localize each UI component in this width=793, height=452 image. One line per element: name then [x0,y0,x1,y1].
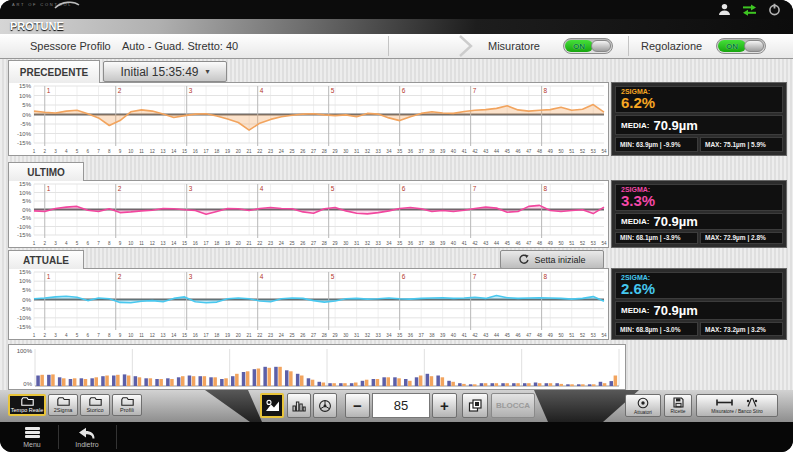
setta-iniziale-button[interactable]: Setta iniziale [500,250,604,269]
max-value: MAX: 73.2µm | 3.2% [700,322,783,336]
svg-text:1: 1 [33,149,36,154]
plus-label: + [440,397,449,414]
svg-text:11: 11 [139,149,144,154]
svg-text:34: 34 [386,149,392,154]
svg-text:48: 48 [537,241,543,246]
svg-text:1: 1 [47,185,51,192]
indietro-button[interactable]: Indietro [64,424,110,450]
max-value: MAX: 75.1µm | 5.9% [700,137,783,152]
top-bar: DOTECO ART OF CONTROL [0,0,793,19]
view-bar-chart-button[interactable] [287,393,311,418]
reset-icon [518,254,529,265]
logo-swoosh-icon [54,0,80,10]
blocca-button[interactable]: BLOCCA [491,393,535,418]
min-value: MIN: 68.1µm | -3.9% [615,232,698,244]
svg-text:2: 2 [43,149,46,154]
footer-divider [116,425,117,449]
svg-text:-15%: -15% [17,140,32,146]
svg-text:40: 40 [451,241,457,246]
svg-text:21: 21 [247,149,253,154]
sigma-box: 2SIGMA: 6.2% [615,86,783,113]
sync-arrows-icon[interactable] [742,4,757,16]
menu-button[interactable]: Menu [14,424,50,450]
svg-text:34: 34 [386,241,392,246]
tab-storico[interactable]: Storico [80,394,110,416]
button-label: Attuatori [634,410,652,415]
svg-text:3: 3 [54,149,57,154]
svg-text:9: 9 [119,241,122,246]
power-icon[interactable] [768,3,781,16]
snapshot-dropdown[interactable]: Initial 15:35:49 ▾ [103,61,227,82]
svg-text:5%: 5% [22,287,31,293]
svg-text:9: 9 [119,149,122,154]
svg-text:15: 15 [182,333,188,338]
svg-text:3: 3 [54,241,57,246]
svg-text:12: 12 [150,241,156,246]
media-value: 70.9µm [653,303,697,318]
svg-text:6: 6 [86,149,89,154]
view-wheel-button[interactable] [313,393,337,418]
caliper-icon [715,397,759,408]
gain-value-input[interactable] [372,393,430,418]
svg-text:23: 23 [268,241,274,246]
svg-text:40: 40 [451,333,457,338]
bar-chart-icon [292,399,306,412]
attuatori-button[interactable]: Attuatori [625,394,661,417]
user-icon[interactable] [718,3,731,16]
misuratore-toggle[interactable]: ON [563,38,613,54]
svg-text:10%: 10% [19,190,32,196]
svg-text:28: 28 [322,333,328,338]
svg-text:7: 7 [473,185,477,192]
svg-text:1: 1 [47,87,51,94]
svg-text:3: 3 [54,333,57,338]
protune-app-window: DOTECO ART OF CONTROL PROTUNE Spessor [0,0,793,452]
tab-precedente[interactable]: PRECEDENTE [8,60,100,83]
svg-text:19: 19 [225,149,231,154]
main-content: PRECEDENTE Initial 15:35:49 ▾ -15%-10%-5… [0,59,793,390]
view-area-chart-button[interactable] [260,393,284,418]
media-label: MEDIA: [621,306,649,315]
svg-text:26: 26 [300,149,306,154]
svg-text:48: 48 [537,333,543,338]
svg-text:18: 18 [214,149,220,154]
svg-text:45: 45 [505,241,511,246]
svg-text:54: 54 [601,241,607,246]
copy-button[interactable] [462,393,488,418]
tab-2sigma[interactable]: 2Sigma [48,394,78,416]
svg-text:5: 5 [76,333,79,338]
tab-ultimo[interactable]: ULTIMO [8,162,84,181]
svg-text:18: 18 [214,241,220,246]
svg-text:34: 34 [386,333,392,338]
media-box: MEDIA: 70.9µm [615,301,783,320]
regolazione-toggle[interactable]: ON [716,38,766,54]
svg-text:-5%: -5% [20,215,31,221]
svg-text:44: 44 [494,149,500,154]
floppy-icon [673,397,684,408]
svg-text:11: 11 [139,241,144,246]
svg-text:23: 23 [268,149,274,154]
svg-text:15: 15 [182,149,188,154]
chart-histogram: 100%0% [8,344,626,390]
tab-profili[interactable]: Profili [112,394,142,416]
decrement-button[interactable]: − [345,393,370,418]
svg-text:5: 5 [331,273,335,280]
svg-text:35: 35 [397,333,403,338]
folder-icon [89,397,102,406]
svg-text:13: 13 [160,149,166,154]
media-box: MEDIA: 70.9µm [615,213,783,230]
svg-text:-10%: -10% [17,315,32,321]
svg-text:32: 32 [365,333,371,338]
svg-text:8: 8 [544,87,548,94]
toggle-on-label: ON [718,40,746,52]
ricette-button[interactable]: Ricette [664,394,692,417]
sigma-box: 2SIGMA: 3.3% [615,184,783,211]
svg-text:17: 17 [204,149,210,154]
tab-attuale[interactable]: ATTUALE [8,250,84,269]
increment-button[interactable]: + [432,393,457,418]
misuratore-banco-stiro-button[interactable]: Misuratore / Banco Stiro [696,394,778,417]
svg-text:15: 15 [182,241,188,246]
svg-text:6: 6 [402,185,406,192]
tab-tempo-reale[interactable]: Tempo Reale [8,394,46,416]
svg-text:21: 21 [247,333,253,338]
svg-text:7: 7 [97,149,100,154]
